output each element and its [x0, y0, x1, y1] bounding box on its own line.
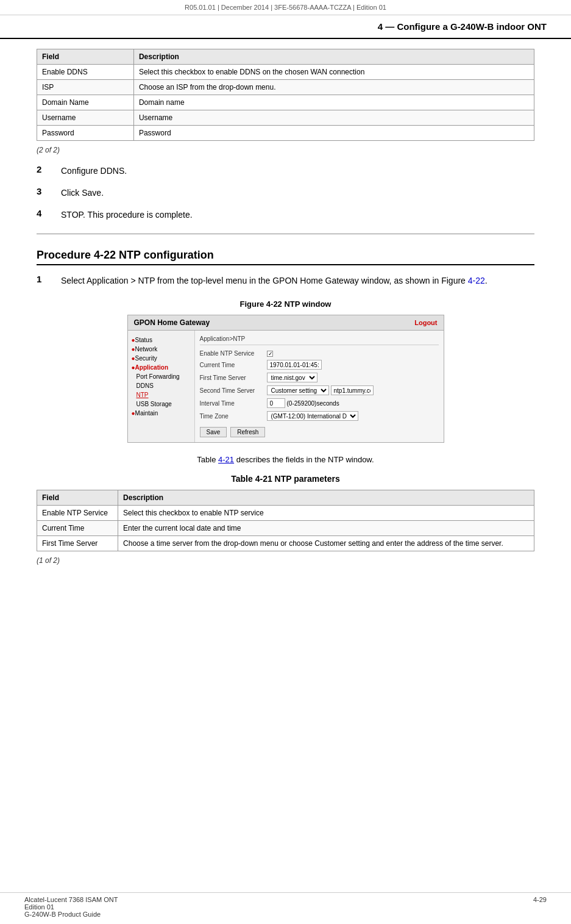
mock-sidebar-item[interactable]: ●Security [128, 354, 194, 363]
mock-breadcrumb: Application>NTP [200, 335, 439, 345]
mock-value: (GMT-12:00) International Date Line West [267, 411, 358, 421]
mock-sidebar-item[interactable]: ●Maintain [128, 409, 194, 418]
ntp-col-field: Field [37, 490, 118, 506]
cell-field: Username [37, 110, 134, 126]
mock-form-row: First Time Servertime.nist.gov [200, 373, 439, 382]
step-text: Configure DDNS. [61, 164, 127, 177]
table-row: UsernameUsername [37, 110, 534, 126]
cell-field: Password [37, 126, 134, 141]
mock-value [267, 360, 322, 370]
table-row: Enable NTP ServiceSelect this checkbox t… [37, 506, 534, 521]
ntp-col-description: Description [118, 490, 534, 506]
step-item: 2Configure DDNS. [37, 164, 534, 177]
content-area: Field Description Enable DDNSSelect this… [0, 49, 571, 565]
mock-label: Current Time [200, 362, 267, 368]
mock-window-header: GPON Home Gateway Logout [128, 315, 444, 331]
cell-description: Password [133, 126, 534, 141]
table-link[interactable]: 4-21 [218, 455, 234, 464]
mock-buttons: SaveRefresh [200, 427, 439, 437]
mock-sidebar-item[interactable]: ●Network [128, 345, 194, 354]
footer-right: 4-29 [533, 896, 547, 918]
section-underline [37, 264, 534, 265]
table-row: First Time ServerChoose a time server fr… [37, 536, 534, 551]
cell-description: Choose a time server from the drop-down … [118, 536, 534, 551]
mock-checkbox[interactable] [267, 351, 273, 357]
ddns-table: Field Description Enable DDNSSelect this… [37, 49, 534, 141]
step-1-number: 1 [37, 274, 61, 284]
mock-sidebar-item[interactable]: DDNS [128, 381, 194, 390]
mock-window: GPON Home Gateway Logout ●Status●Network… [127, 315, 444, 443]
cell-description: Select this checkbox to enable DDNS on t… [133, 65, 534, 80]
mock-label: Enable NTP Service [200, 350, 267, 357]
mock-text-input[interactable] [267, 360, 322, 370]
mock-sidebar-item[interactable]: ●Application [128, 363, 194, 372]
footer-left: Alcatel-Lucent 7368 ISAM ONT Edition 01 … [24, 896, 118, 918]
table-note-top: (2 of 2) [37, 146, 534, 154]
mock-form-row: Time Zone(GMT-12:00) International Date … [200, 411, 439, 421]
mock-label: Interval Time [200, 400, 267, 407]
figure-description: Table 4-21 describes the fields in the N… [37, 455, 534, 464]
cell-field: ISP [37, 80, 134, 95]
step-text: Click Save. [61, 186, 104, 199]
mock-sidebar-item[interactable]: Port Forwarding [128, 372, 194, 381]
cell-description: Choose an ISP from the drop-down menu. [133, 80, 534, 95]
chapter-title: 4 — Configure a G-240W-B indoor ONT [0, 15, 571, 39]
col-field: Field [37, 49, 134, 65]
mock-input[interactable] [267, 398, 285, 408]
mock-sidebar-item[interactable]: USB Storage [128, 399, 194, 409]
table-row: Enable DDNSSelect this checkbox to enabl… [37, 65, 534, 80]
table-row: PasswordPassword [37, 126, 534, 141]
header-text: R05.01.01 | December 2014 | 3FE-56678-AA… [185, 4, 386, 11]
step-item: 4STOP. This procedure is complete. [37, 208, 534, 221]
bottom-table-caption: Table 4-21 NTP parameters [37, 474, 534, 484]
mock-select[interactable]: time.nist.gov [267, 373, 317, 382]
step-text: STOP. This procedure is complete. [61, 208, 193, 221]
step-item: 3Click Save. [37, 186, 534, 199]
mock-label: Time Zone [200, 413, 267, 420]
mock-input[interactable] [331, 385, 374, 395]
cell-field: Domain Name [37, 95, 134, 110]
mock-logout[interactable]: Logout [414, 319, 437, 326]
section-divider-line [37, 234, 534, 234]
mock-sidebar-item[interactable]: NTP [128, 390, 194, 399]
figure-title: Figure 4-22 NTP window [37, 299, 534, 309]
step-1: 1 Select Application > NTP from the top-… [37, 274, 534, 287]
mock-form-row: Enable NTP Service [200, 350, 439, 357]
page-header: R05.01.01 | December 2014 | 3FE-56678-AA… [0, 0, 571, 15]
mock-note: (0-259200)seconds [287, 400, 339, 407]
cell-description: Domain name [133, 95, 534, 110]
table-note-bottom: (1 of 2) [37, 556, 534, 565]
ntp-table: Field Description Enable NTP ServiceSele… [37, 490, 534, 551]
cell-field: Enable DDNS [37, 65, 134, 80]
table-row: ISPChoose an ISP from the drop-down menu… [37, 80, 534, 95]
mock-form-row: Current Time [200, 360, 439, 370]
mock-content: Application>NTP Enable NTP ServiceCurren… [195, 331, 444, 442]
mock-label: First Time Server [200, 374, 267, 381]
mock-sidebar-item[interactable]: ●Status [128, 335, 194, 345]
step-number: 2 [37, 164, 61, 174]
table-row: Domain NameDomain name [37, 95, 534, 110]
refresh-button[interactable]: Refresh [230, 427, 265, 437]
cell-field: First Time Server [37, 536, 118, 551]
cell-description: Enter the current local date and time [118, 521, 534, 536]
figure-container: Figure 4-22 NTP window GPON Home Gateway… [37, 299, 534, 443]
figure-link[interactable]: 4-22 [468, 276, 485, 285]
mock-label: Second Time Server [200, 387, 267, 394]
mock-value [267, 351, 273, 357]
cell-description: Select this checkbox to enable NTP servi… [118, 506, 534, 521]
section-heading: Procedure 4-22 NTP configuration [37, 246, 534, 262]
step-number: 3 [37, 186, 61, 196]
mock-window-body: ●Status●Network●Security●ApplicationPort… [128, 331, 444, 442]
mock-form-row: Second Time ServerCustomer setting [200, 385, 439, 395]
mock-form-row: Interval Time (0-259200)seconds [200, 398, 439, 408]
mock-select-wide[interactable]: (GMT-12:00) International Date Line West [267, 411, 358, 421]
cell-description: Username [133, 110, 534, 126]
step-1-text: Select Application > NTP from the top-le… [61, 274, 488, 287]
mock-select[interactable]: Customer setting [267, 385, 329, 395]
table-row: Current TimeEnter the current local date… [37, 521, 534, 536]
save-button[interactable]: Save [200, 427, 227, 437]
mock-value: (0-259200)seconds [267, 398, 339, 408]
mock-value: Customer setting [267, 385, 374, 395]
cell-field: Enable NTP Service [37, 506, 118, 521]
col-description: Description [133, 49, 534, 65]
